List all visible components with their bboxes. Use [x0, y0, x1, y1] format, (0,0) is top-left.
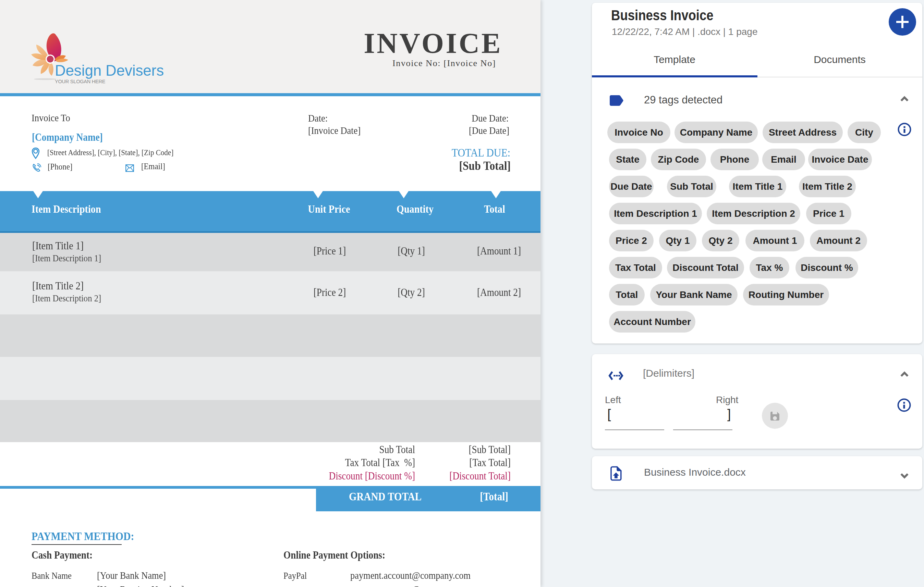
svg-text:YOUR SLOGAN HERE: YOUR SLOGAN HERE: [55, 79, 106, 84]
svg-text:Design Devisers: Design Devisers: [55, 62, 164, 79]
